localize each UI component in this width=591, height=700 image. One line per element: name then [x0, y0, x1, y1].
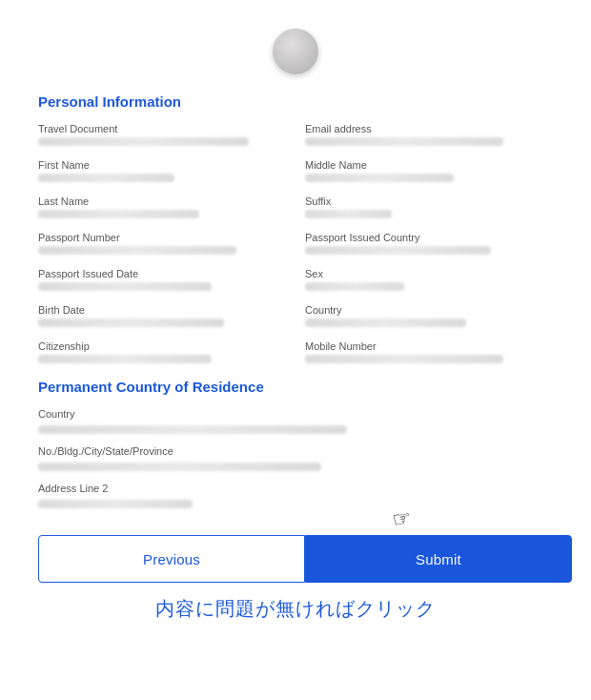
middle-name-label: Middle Name [305, 159, 553, 171]
personal-info-grid: Travel Document Email address First Name… [38, 123, 553, 363]
address2-value [38, 500, 193, 508]
address1-value [38, 463, 321, 471]
passport-number-field: Passport Number [38, 232, 286, 255]
permanent-country-label: Country [38, 408, 553, 420]
submit-button[interactable]: Submit [305, 535, 572, 583]
travel-document-label: Travel Document [38, 123, 286, 134]
citizenship-label: Citizenship [38, 340, 286, 352]
passport-country-label: Passport Issued Country [305, 232, 553, 243]
country-label: Country [305, 304, 553, 316]
sex-label: Sex [305, 268, 553, 279]
suffix-field: Suffix [305, 196, 553, 218]
citizenship-field: Citizenship [38, 340, 286, 363]
permanent-section: Permanent Country of Residence Country N… [38, 379, 553, 508]
address2-field: Address Line 2 [38, 483, 553, 508]
permanent-country-field: Country [38, 408, 553, 434]
travel-document-value [38, 137, 249, 146]
citizenship-value [38, 355, 212, 363]
page-wrapper: Personal Information Travel Document Ema… [0, 0, 591, 700]
address2-label: Address Line 2 [38, 483, 553, 494]
cursor-icon: ☞ [391, 504, 414, 532]
permanent-title: Permanent Country of Residence [38, 379, 553, 395]
last-name-value [38, 210, 199, 218]
address1-label: No./Bldg./City/State/Province [38, 445, 553, 457]
form-container: Personal Information Travel Document Ema… [29, 93, 562, 622]
personal-info-title: Personal Information [38, 93, 553, 110]
passport-country-field: Passport Issued Country [305, 232, 553, 255]
previous-button[interactable]: Previous [38, 535, 305, 583]
sex-field: Sex [305, 268, 553, 291]
passport-number-label: Passport Number [38, 232, 286, 243]
cursor-area: Previous Submit ☞ [38, 518, 572, 583]
first-name-label: First Name [38, 159, 286, 171]
mobile-field: Mobile Number [305, 340, 553, 363]
passport-country-value [305, 246, 491, 255]
middle-name-value [305, 174, 454, 182]
middle-name-field: Middle Name [305, 159, 553, 182]
annotation-text: 内容に問題が無ければクリック [38, 596, 553, 622]
passport-number-value [38, 246, 236, 255]
first-name-field: First Name [38, 159, 286, 182]
permanent-country-value [38, 425, 347, 434]
birth-date-label: Birth Date [38, 304, 286, 316]
mobile-value [305, 355, 503, 363]
travel-document-field: Travel Document [38, 123, 286, 146]
sex-value [305, 282, 404, 291]
button-row: Previous Submit [38, 535, 572, 583]
avatar-area [273, 29, 318, 74]
avatar [273, 29, 318, 74]
last-name-field: Last Name [38, 196, 286, 218]
suffix-value [305, 210, 392, 218]
country-field: Country [305, 304, 553, 327]
passport-date-value [38, 282, 212, 291]
email-value [305, 137, 503, 146]
birth-date-value [38, 319, 224, 327]
country-value [305, 319, 466, 327]
address1-field: No./Bldg./City/State/Province [38, 445, 553, 471]
last-name-label: Last Name [38, 196, 286, 207]
email-label: Email address [305, 123, 553, 134]
email-field: Email address [305, 123, 553, 146]
passport-date-field: Passport Issued Date [38, 268, 286, 291]
birth-date-field: Birth Date [38, 304, 286, 327]
first-name-value [38, 174, 174, 182]
passport-date-label: Passport Issued Date [38, 268, 286, 279]
suffix-label: Suffix [305, 196, 553, 207]
mobile-label: Mobile Number [305, 340, 553, 352]
